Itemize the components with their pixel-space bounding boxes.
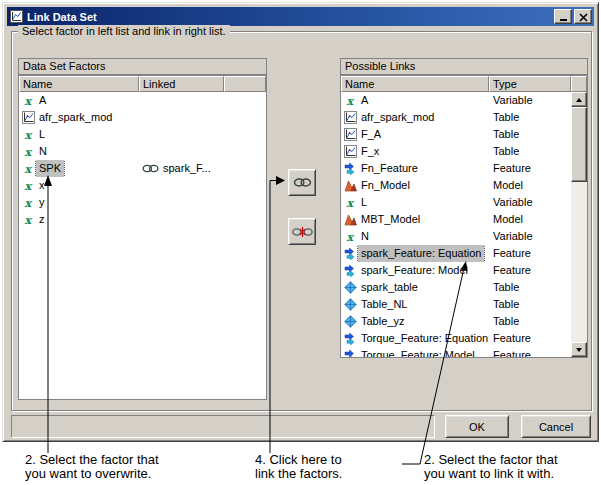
possible-link-row[interactable]: Fn_ModelModel — [341, 177, 571, 194]
annotation-line: you want to link it with. — [424, 467, 558, 481]
possible-link-row[interactable]: spark_tableTable — [341, 279, 571, 296]
link-type-cell: Model — [489, 177, 571, 194]
possible-link-row[interactable]: spark_Feature: ModelFeature — [341, 262, 571, 279]
link-type: Feature — [493, 245, 531, 262]
svg-text:x: x — [24, 95, 32, 108]
link-type-cell: Table — [489, 143, 571, 160]
possible-link-row[interactable]: Table_NLTable — [341, 296, 571, 313]
possible-link-row[interactable]: MBT_ModelModel — [341, 211, 571, 228]
factor-row[interactable]: xy — [19, 194, 266, 211]
link-type-cell: Feature — [489, 245, 571, 262]
factor-row[interactable]: afr_spark_mod — [19, 109, 266, 126]
link-icon — [293, 177, 312, 188]
link-button[interactable] — [288, 169, 316, 196]
svg-text:x: x — [24, 214, 32, 227]
scroll-up-button[interactable] — [571, 92, 587, 107]
possible-link-row[interactable]: xAVariable — [341, 92, 571, 109]
column-header-type[interactable]: Type — [489, 76, 571, 92]
minimize-button[interactable] — [554, 9, 572, 24]
link-type: Feature — [493, 160, 531, 177]
possible-link-row[interactable]: xLVariable — [341, 194, 571, 211]
link-name: MBT_Model — [358, 211, 423, 228]
possible-link-row[interactable]: Torque_Feature: ModelFeature — [341, 347, 571, 357]
possible-links-title: Possible Links — [340, 58, 588, 75]
dialog-titlebar[interactable]: Link Data Set — [7, 7, 594, 26]
dialog-title: Link Data Set — [27, 11, 554, 23]
factor-row[interactable]: xSPKspark_F... — [19, 160, 266, 177]
link-name: Fn_Feature — [358, 160, 421, 177]
factor-name: A — [36, 92, 49, 109]
possible-link-row[interactable]: Torque_Feature: EquationFeature — [341, 330, 571, 347]
link-type-cell: Table — [489, 109, 571, 126]
factor-row[interactable]: xN — [19, 143, 266, 160]
link-name-cell: MBT_Model — [341, 211, 489, 228]
link-name-cell: xL — [341, 194, 489, 211]
table3d-icon — [343, 281, 358, 294]
scrollbar-thumb[interactable] — [571, 107, 587, 182]
factor-name: x — [36, 177, 48, 194]
unlink-button[interactable] — [288, 218, 316, 245]
link-name: Table_yz — [358, 313, 407, 330]
variable-icon: x — [343, 230, 358, 243]
app-icon — [10, 10, 23, 23]
variable-icon: x — [21, 145, 36, 158]
factor-name: z — [36, 211, 48, 228]
svg-text:x: x — [346, 95, 354, 108]
possible-link-row[interactable]: Table_yzTable — [341, 313, 571, 330]
linked-value: spark_F... — [160, 160, 214, 177]
annotation-overwrite: 2. Select the factor that you want to ov… — [25, 453, 159, 481]
possible-link-row[interactable]: F_ATable — [341, 126, 571, 143]
possible-link-row[interactable]: afr_spark_modTable — [341, 109, 571, 126]
variable-icon: x — [21, 162, 36, 175]
link-type: Variable — [493, 228, 533, 245]
model-icon — [343, 213, 358, 226]
factor-name-cell: xSPK — [19, 160, 139, 177]
possible-link-row[interactable]: F_xTable — [341, 143, 571, 160]
left-table-header: Name Linked — [19, 76, 266, 92]
link-name: spark_Feature: Equation — [358, 245, 484, 262]
possible-link-row[interactable]: Fn_FeatureFeature — [341, 160, 571, 177]
possible-link-row[interactable]: xNVariable — [341, 228, 571, 245]
link-name-cell: spark_Feature: Equation — [341, 245, 489, 262]
close-button[interactable] — [574, 9, 592, 24]
minimize-icon — [560, 19, 567, 21]
column-header-name[interactable]: Name — [19, 76, 139, 92]
cancel-button[interactable]: Cancel — [521, 415, 591, 438]
factor-name: y — [36, 194, 48, 211]
table3d-icon — [343, 315, 358, 328]
factor-row[interactable]: xA — [19, 92, 266, 109]
feature-icon — [343, 162, 358, 175]
link-name-cell: xA — [341, 92, 489, 109]
link-name-cell: spark_Feature: Model — [341, 262, 489, 279]
link-name-cell: F_x — [341, 143, 489, 160]
scrollbar-track[interactable] — [571, 107, 587, 342]
column-header-linked[interactable]: Linked — [139, 76, 224, 92]
factors-list-body: xAafr_spark_modxLxNxSPKspark_F...xxxyxz — [19, 92, 266, 399]
link-name: A — [358, 92, 371, 109]
factor-name: L — [36, 126, 48, 143]
factor-row[interactable]: xx — [19, 177, 266, 194]
svg-text:x: x — [24, 163, 32, 176]
factor-row[interactable]: xz — [19, 211, 266, 228]
link-name: Fn_Model — [358, 177, 413, 194]
possible-link-row[interactable]: spark_Feature: EquationFeature — [341, 245, 571, 262]
factor-row[interactable]: xL — [19, 126, 266, 143]
link-name-cell: Fn_Feature — [341, 160, 489, 177]
link-name: F_x — [358, 143, 382, 160]
link-type-cell: Feature — [489, 160, 571, 177]
factor-linked-cell: spark_F... — [139, 160, 266, 177]
link-type-cell: Variable — [489, 228, 571, 245]
ok-button[interactable]: OK — [445, 415, 509, 438]
link-icon — [141, 164, 160, 173]
data-set-factors-title: Data Set Factors — [18, 58, 267, 75]
table-plot-icon — [21, 111, 36, 124]
variable-icon: x — [21, 179, 36, 192]
scroll-down-button[interactable] — [571, 342, 587, 357]
column-header-filler — [224, 76, 266, 92]
column-header-name[interactable]: Name — [341, 76, 489, 92]
link-data-set-dialog: Link Data Set Select factor in left list… — [2, 2, 599, 442]
link-name-cell: afr_spark_mod — [341, 109, 489, 126]
triangle-down-icon — [576, 348, 582, 352]
link-type-cell: Table — [489, 126, 571, 143]
link-type-cell: Table — [489, 279, 571, 296]
